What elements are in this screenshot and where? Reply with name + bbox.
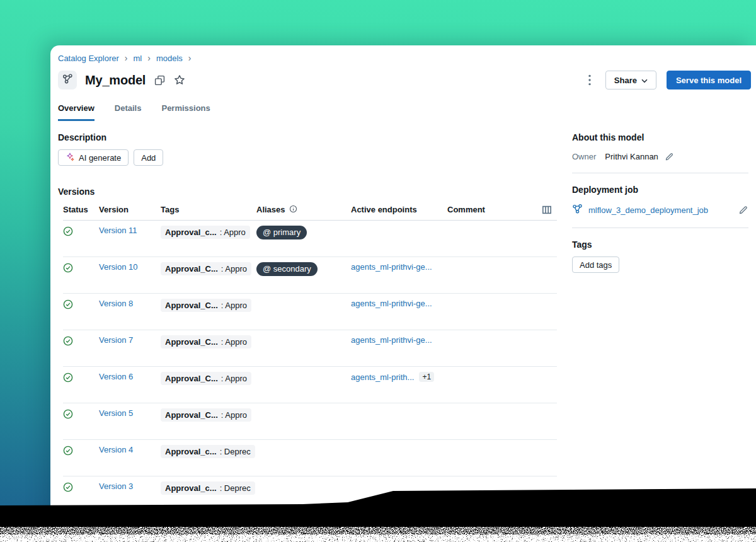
tag-chip: Approval_C...: Appro	[161, 408, 251, 422]
ai-generate-button[interactable]: AI generate	[58, 149, 129, 166]
breadcrumb-ml[interactable]: ml	[134, 54, 142, 63]
catalog-explorer-card: Catalog Explorer › ml › models › M	[50, 45, 756, 542]
table-row: Version 10 Approval_C...: Appro @ second…	[63, 257, 557, 294]
deployment-job-heading: Deployment job	[572, 185, 748, 195]
add-description-button[interactable]: Add	[134, 149, 163, 166]
status-ready-icon	[63, 481, 99, 494]
tag-chip: Approval_c...: Appro	[161, 226, 250, 239]
title-row: My_model Shar	[58, 69, 751, 91]
overflow-menu-icon[interactable]	[584, 71, 595, 89]
breadcrumb-separator: ›	[147, 54, 151, 62]
share-button-label: Share	[614, 76, 637, 85]
more-endpoints-chip[interactable]: +1	[419, 372, 434, 382]
model-icon	[62, 73, 73, 87]
owner-label: Owner	[572, 152, 596, 161]
status-ready-icon	[63, 408, 99, 421]
tag-chip: Approval_C...: Appro	[161, 299, 251, 312]
column-aliases: Aliases	[256, 205, 285, 214]
tag-chip: Approval_C...: Appro	[161, 262, 251, 275]
deployment-job-link[interactable]: mlflow_3_demo_deployment_job	[588, 205, 708, 215]
chevron-down-icon	[641, 76, 648, 85]
tag-chip: Approval_c...: Deprec	[161, 445, 255, 458]
version-link[interactable]: Version 10	[99, 262, 137, 272]
version-link[interactable]: Version 8	[99, 299, 133, 308]
header-actions: Share Serve this model	[584, 71, 751, 89]
status-ready-icon	[63, 262, 99, 275]
alias-badge: @ secondary	[256, 262, 318, 276]
endpoint-link[interactable]: agents_ml-prithvi-ge...	[351, 299, 432, 308]
breadcrumb: Catalog Explorer › ml › models ›	[58, 54, 751, 63]
edit-owner-pencil-icon[interactable]	[665, 152, 674, 161]
breadcrumb-catalog-explorer[interactable]: Catalog Explorer	[58, 54, 119, 63]
info-icon[interactable]	[289, 205, 297, 215]
share-button[interactable]: Share	[605, 71, 656, 89]
column-active-endpoints: Active endpoints	[351, 205, 447, 214]
column-version: Version	[99, 205, 161, 214]
ai-sparkle-icon	[66, 153, 74, 163]
version-link[interactable]: Version 7	[99, 335, 133, 345]
column-status: Status	[63, 205, 99, 214]
column-comment: Comment	[447, 205, 517, 214]
version-link[interactable]: Version 5	[99, 408, 133, 418]
endpoint-link[interactable]: agents_ml-prith...	[351, 372, 414, 382]
model-icon-box	[58, 71, 77, 89]
tag-chip: Approval_C...: Appro	[161, 372, 251, 385]
alias-badge: @ primary	[256, 226, 307, 239]
tag-chip: Approval_c...: Deprec	[161, 481, 255, 495]
about-heading: About this model	[572, 132, 748, 142]
endpoint-link[interactable]: agents_ml-prithvi-ge...	[351, 262, 432, 272]
table-row: Version 6 Approval_C...: Appro agents_ml…	[63, 367, 557, 403]
serve-model-button[interactable]: Serve this model	[667, 71, 751, 89]
version-link[interactable]: Version 3	[99, 481, 133, 491]
page-title: My_model	[85, 73, 146, 88]
version-link[interactable]: Version 11	[99, 226, 137, 235]
status-ready-icon	[63, 299, 99, 311]
right-sidebar: About this model Owner Prithvi Kannan De…	[572, 132, 751, 513]
status-ready-icon	[63, 372, 99, 384]
breadcrumb-separator: ›	[188, 54, 192, 62]
table-row: Version 4 Approval_c...: Deprec	[63, 440, 557, 476]
version-link[interactable]: Version 6	[99, 372, 133, 381]
versions-table: Status Version Tags Aliases	[63, 199, 557, 513]
version-link[interactable]: Version 4	[99, 445, 133, 454]
owner-value: Prithvi Kannan	[605, 152, 658, 161]
table-row: Version 7 Approval_C...: Appro agents_ml…	[63, 330, 557, 367]
ai-generate-label: AI generate	[79, 153, 121, 163]
overview-main: Description AI gener	[58, 132, 557, 513]
favorite-star-icon[interactable]	[174, 74, 185, 86]
tab-details[interactable]: Details	[115, 103, 142, 121]
description-heading: Description	[58, 132, 557, 142]
table-row: Version 11 Approval_c...: Appro @ primar…	[63, 221, 557, 257]
tab-permissions[interactable]: Permissions	[161, 103, 210, 121]
page: Catalog Explorer › ml › models › M	[0, 0, 756, 542]
sidebar-divider	[572, 228, 748, 228]
status-ready-icon	[63, 445, 99, 458]
table-columns-icon[interactable]	[542, 205, 557, 215]
copy-icon[interactable]	[154, 75, 165, 86]
sidebar-divider	[572, 173, 748, 173]
status-ready-icon	[63, 226, 99, 238]
tab-overview[interactable]: Overview	[58, 103, 94, 121]
breadcrumb-models[interactable]: models	[156, 54, 183, 63]
table-row: Version 8 Approval_C...: Appro agents_ml…	[63, 294, 557, 330]
tag-chip: Approval_C...: Appro	[161, 335, 251, 349]
column-tags: Tags	[161, 205, 256, 214]
table-row: Version 5 Approval_C...: Appro	[63, 403, 557, 440]
endpoint-link[interactable]: agents_ml-prithvi-ge...	[351, 335, 432, 345]
breadcrumb-separator: ›	[125, 54, 128, 62]
job-graph-icon	[572, 204, 583, 216]
add-tags-button[interactable]: Add tags	[572, 257, 619, 273]
tab-bar: Overview Details Permissions	[58, 103, 751, 121]
tags-heading: Tags	[572, 239, 748, 250]
status-ready-icon	[63, 335, 99, 348]
edit-deployment-job-pencil-icon[interactable]	[738, 205, 748, 215]
versions-table-header: Status Version Tags Aliases	[63, 199, 557, 221]
versions-heading: Versions	[58, 187, 557, 197]
